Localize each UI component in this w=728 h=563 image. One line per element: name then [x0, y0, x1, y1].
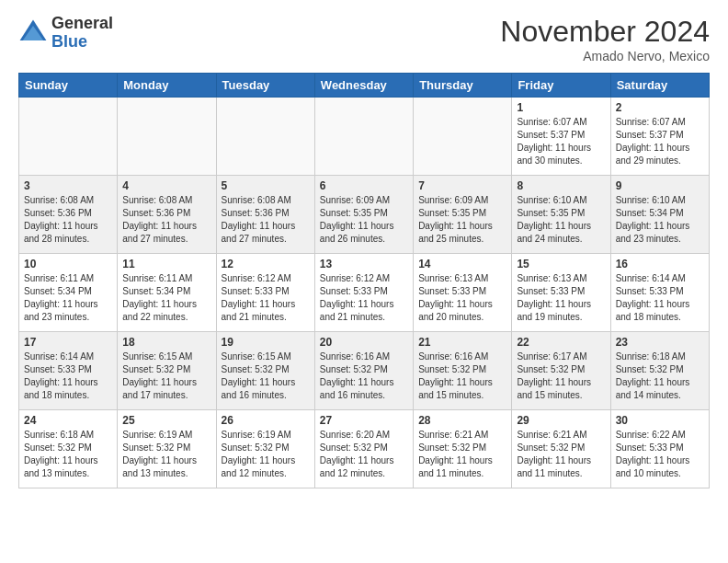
day-number: 26: [222, 414, 310, 427]
day-number: 23: [616, 336, 704, 349]
day-info: Sunrise: 6:09 AMSunset: 5:35 PMDaylight:…: [418, 194, 506, 246]
day-info: Sunrise: 6:08 AMSunset: 5:36 PMDaylight:…: [122, 194, 210, 246]
day-number: 10: [24, 258, 112, 270]
calendar-cell: 14Sunrise: 6:13 AMSunset: 5:33 PMDayligh…: [414, 254, 512, 332]
day-info: Sunrise: 6:08 AMSunset: 5:36 PMDaylight:…: [24, 194, 112, 246]
day-number: 12: [222, 258, 310, 270]
day-number: 28: [418, 414, 506, 427]
calendar-week-5: 24Sunrise: 6:18 AMSunset: 5:32 PMDayligh…: [19, 410, 710, 488]
day-number: 9: [616, 179, 704, 192]
month-title: November 2024: [500, 15, 710, 49]
logo-blue-text: Blue: [51, 33, 113, 52]
calendar-cell: 28Sunrise: 6:21 AMSunset: 5:32 PMDayligh…: [414, 410, 512, 488]
day-number: 18: [122, 336, 210, 349]
calendar-cell: 9Sunrise: 6:10 AMSunset: 5:34 PMDaylight…: [610, 176, 709, 254]
col-header-saturday: Saturday: [610, 74, 709, 98]
calendar-cell: 3Sunrise: 6:08 AMSunset: 5:36 PMDaylight…: [19, 176, 118, 254]
title-area: November 2024 Amado Nervo, Mexico: [500, 15, 710, 63]
day-info: Sunrise: 6:13 AMSunset: 5:33 PMDaylight:…: [418, 272, 506, 324]
day-number: 27: [320, 414, 408, 427]
calendar-cell: 18Sunrise: 6:15 AMSunset: 5:32 PMDayligh…: [118, 332, 216, 410]
day-info: Sunrise: 6:07 AMSunset: 5:37 PMDaylight:…: [517, 116, 605, 167]
calendar-cell: 15Sunrise: 6:13 AMSunset: 5:33 PMDayligh…: [512, 254, 610, 332]
day-number: 15: [517, 258, 605, 270]
day-number: 19: [222, 336, 310, 349]
col-header-tuesday: Tuesday: [216, 74, 314, 98]
day-info: Sunrise: 6:15 AMSunset: 5:32 PMDaylight:…: [122, 350, 210, 402]
day-number: 30: [616, 414, 704, 427]
day-number: 17: [24, 336, 112, 349]
calendar-cell: 8Sunrise: 6:10 AMSunset: 5:35 PMDaylight…: [512, 176, 610, 254]
calendar-cell: 5Sunrise: 6:08 AMSunset: 5:36 PMDaylight…: [216, 176, 314, 254]
day-info: Sunrise: 6:16 AMSunset: 5:32 PMDaylight:…: [418, 350, 506, 402]
calendar-cell: 20Sunrise: 6:16 AMSunset: 5:32 PMDayligh…: [314, 332, 413, 410]
day-info: Sunrise: 6:10 AMSunset: 5:34 PMDaylight:…: [616, 194, 704, 246]
calendar-cell: 25Sunrise: 6:19 AMSunset: 5:32 PMDayligh…: [118, 410, 216, 488]
day-info: Sunrise: 6:17 AMSunset: 5:32 PMDaylight:…: [517, 350, 605, 402]
day-number: 11: [122, 258, 210, 270]
day-info: Sunrise: 6:10 AMSunset: 5:35 PMDaylight:…: [517, 194, 605, 246]
calendar-cell: 4Sunrise: 6:08 AMSunset: 5:36 PMDaylight…: [118, 176, 216, 254]
day-number: 2: [616, 101, 704, 114]
calendar-cell: [414, 98, 512, 176]
day-info: Sunrise: 6:21 AMSunset: 5:32 PMDaylight:…: [517, 429, 605, 480]
day-info: Sunrise: 6:15 AMSunset: 5:32 PMDaylight:…: [222, 350, 310, 402]
calendar-cell: 22Sunrise: 6:17 AMSunset: 5:32 PMDayligh…: [512, 332, 610, 410]
page-header: General Blue November 2024 Amado Nervo, …: [18, 15, 710, 63]
calendar-cell: 1Sunrise: 6:07 AMSunset: 5:37 PMDaylight…: [512, 98, 610, 176]
calendar-cell: [19, 98, 118, 176]
calendar-cell: 24Sunrise: 6:18 AMSunset: 5:32 PMDayligh…: [19, 410, 118, 488]
day-number: 6: [320, 179, 408, 192]
day-number: 4: [122, 179, 210, 192]
calendar-cell: 12Sunrise: 6:12 AMSunset: 5:33 PMDayligh…: [216, 254, 314, 332]
day-number: 21: [418, 336, 506, 349]
day-info: Sunrise: 6:19 AMSunset: 5:32 PMDaylight:…: [122, 429, 210, 480]
day-info: Sunrise: 6:12 AMSunset: 5:33 PMDaylight:…: [320, 272, 408, 324]
day-info: Sunrise: 6:16 AMSunset: 5:32 PMDaylight:…: [320, 350, 408, 402]
logo-general-text: General: [51, 15, 113, 33]
day-info: Sunrise: 6:13 AMSunset: 5:33 PMDaylight:…: [517, 272, 605, 324]
calendar-cell: 19Sunrise: 6:15 AMSunset: 5:32 PMDayligh…: [216, 332, 314, 410]
day-info: Sunrise: 6:18 AMSunset: 5:32 PMDaylight:…: [24, 429, 112, 480]
calendar-cell: 16Sunrise: 6:14 AMSunset: 5:33 PMDayligh…: [610, 254, 709, 332]
calendar-cell: 7Sunrise: 6:09 AMSunset: 5:35 PMDaylight…: [414, 176, 512, 254]
calendar-cell: [314, 98, 413, 176]
day-number: 14: [418, 258, 506, 270]
calendar-week-4: 17Sunrise: 6:14 AMSunset: 5:33 PMDayligh…: [19, 332, 710, 410]
calendar-cell: [118, 98, 216, 176]
calendar-cell: 23Sunrise: 6:18 AMSunset: 5:32 PMDayligh…: [610, 332, 709, 410]
col-header-friday: Friday: [512, 74, 610, 98]
calendar-cell: 26Sunrise: 6:19 AMSunset: 5:32 PMDayligh…: [216, 410, 314, 488]
col-header-thursday: Thursday: [414, 74, 512, 98]
calendar-week-1: 1Sunrise: 6:07 AMSunset: 5:37 PMDaylight…: [19, 98, 710, 176]
calendar-table: SundayMondayTuesdayWednesdayThursdayFrid…: [18, 73, 710, 488]
day-number: 22: [517, 336, 605, 349]
day-info: Sunrise: 6:14 AMSunset: 5:33 PMDaylight:…: [24, 350, 112, 402]
day-number: 29: [517, 414, 605, 427]
logo-icon: [18, 18, 48, 48]
calendar-cell: [216, 98, 314, 176]
calendar-week-2: 3Sunrise: 6:08 AMSunset: 5:36 PMDaylight…: [19, 176, 710, 254]
day-number: 7: [418, 179, 506, 192]
day-info: Sunrise: 6:11 AMSunset: 5:34 PMDaylight:…: [24, 272, 112, 324]
day-info: Sunrise: 6:08 AMSunset: 5:36 PMDaylight:…: [222, 194, 310, 246]
day-number: 8: [517, 179, 605, 192]
day-info: Sunrise: 6:20 AMSunset: 5:32 PMDaylight:…: [320, 429, 408, 480]
calendar-cell: 13Sunrise: 6:12 AMSunset: 5:33 PMDayligh…: [314, 254, 413, 332]
day-info: Sunrise: 6:11 AMSunset: 5:34 PMDaylight:…: [122, 272, 210, 324]
calendar-cell: 6Sunrise: 6:09 AMSunset: 5:35 PMDaylight…: [314, 176, 413, 254]
day-info: Sunrise: 6:19 AMSunset: 5:32 PMDaylight:…: [222, 429, 310, 480]
day-number: 5: [222, 179, 310, 192]
day-number: 13: [320, 258, 408, 270]
calendar-cell: 11Sunrise: 6:11 AMSunset: 5:34 PMDayligh…: [118, 254, 216, 332]
location: Amado Nervo, Mexico: [500, 49, 710, 63]
day-info: Sunrise: 6:22 AMSunset: 5:33 PMDaylight:…: [616, 429, 704, 480]
calendar-cell: 27Sunrise: 6:20 AMSunset: 5:32 PMDayligh…: [314, 410, 413, 488]
calendar-week-3: 10Sunrise: 6:11 AMSunset: 5:34 PMDayligh…: [19, 254, 710, 332]
day-info: Sunrise: 6:18 AMSunset: 5:32 PMDaylight:…: [616, 350, 704, 402]
logo-text: General Blue: [51, 15, 113, 52]
calendar-cell: 29Sunrise: 6:21 AMSunset: 5:32 PMDayligh…: [512, 410, 610, 488]
col-header-monday: Monday: [118, 74, 216, 98]
logo: General Blue: [18, 15, 113, 52]
day-number: 3: [24, 179, 112, 192]
